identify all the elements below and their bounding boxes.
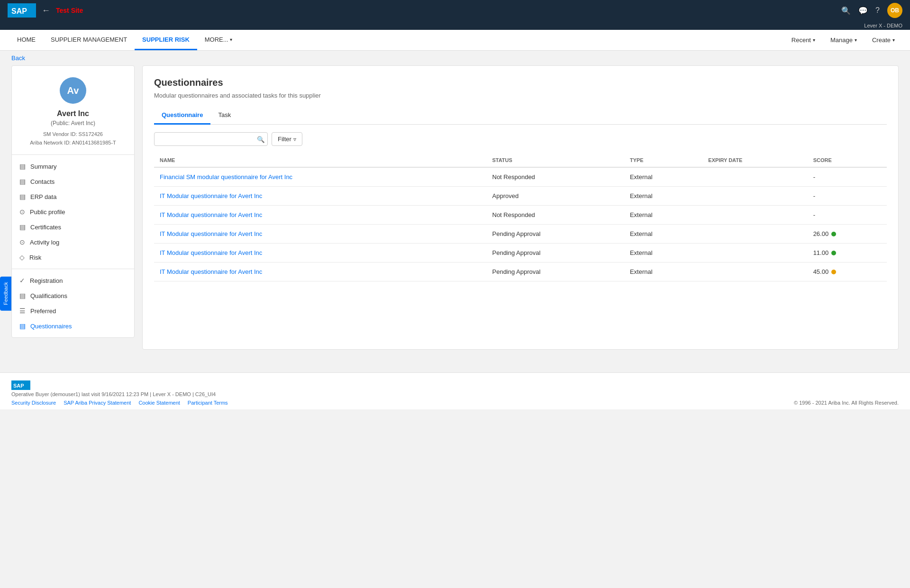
footer-link-participant-terms[interactable]: Participant Terms: [188, 400, 228, 406]
footer-link-security-disclosure[interactable]: Security Disclosure: [11, 400, 56, 406]
sidebar-item-summary[interactable]: ▤ Summary: [12, 159, 134, 174]
sidebar-item-contacts[interactable]: ▤ Contacts: [12, 174, 134, 189]
table-cell-name[interactable]: IT Modular questionnaire for Avert Inc: [154, 262, 487, 281]
table-cell-status: Pending Approval: [487, 244, 624, 262]
create-button[interactable]: Create ▾: [866, 34, 901, 46]
search-input-wrap: 🔍: [154, 132, 268, 146]
questionnaire-link[interactable]: Financial SM modular questionnaire for A…: [160, 173, 292, 181]
sidebar-item-registration-label: Registration: [30, 277, 63, 284]
sidebar-item-qualifications[interactable]: ▤ Qualifications: [12, 288, 134, 303]
questionnaire-link[interactable]: IT Modular questionnaire for Avert Inc: [160, 249, 262, 256]
sidebar-item-questionnaires-label: Questionnaires: [30, 323, 72, 330]
sidebar-item-preferred[interactable]: ☰ Preferred: [12, 303, 134, 318]
sidebar-item-activity-log[interactable]: ⊙ Activity log: [12, 235, 134, 250]
table-cell-name[interactable]: IT Modular questionnaire for Avert Inc: [154, 244, 487, 262]
table-row: IT Modular questionnaire for Avert IncPe…: [154, 244, 887, 262]
questionnaires-table: NAME STATUS TYPE EXPIRY DATE SCORE Finan…: [154, 154, 887, 281]
sidebar-item-erp-data[interactable]: ▤ ERP data: [12, 189, 134, 204]
top-bar: SAP ← Test Site 🔍 💬 ? OB: [0, 0, 910, 21]
svg-text:SAP: SAP: [13, 383, 24, 389]
table-cell-name[interactable]: IT Modular questionnaire for Avert Inc: [154, 187, 487, 206]
table-cell-score: -: [808, 167, 887, 187]
supplier-ariba-network-id: Ariba Network ID: AN01413681985-T: [19, 139, 127, 147]
nav-item-supplier-risk[interactable]: SUPPLIER RISK: [135, 30, 197, 50]
contacts-icon: ▤: [19, 178, 26, 185]
sidebar-item-contacts-label: Contacts: [30, 178, 55, 185]
footer-link-cookie-statement[interactable]: Cookie Statement: [138, 400, 180, 406]
table-cell-expiry-date: [702, 167, 807, 187]
table-cell-type: External: [624, 206, 702, 225]
score-cell: 45.00: [813, 268, 881, 275]
filter-icon: ▿: [293, 136, 296, 143]
feedback-button[interactable]: Feedback: [0, 276, 11, 310]
questionnaire-link[interactable]: IT Modular questionnaire for Avert Inc: [160, 192, 262, 199]
manage-button[interactable]: Manage ▾: [825, 34, 863, 46]
top-bar-title: Test Site: [56, 7, 83, 14]
score-dot-icon: [831, 232, 836, 236]
table-cell-expiry-date: [702, 206, 807, 225]
footer-link-privacy-statement[interactable]: SAP Ariba Privacy Statement: [64, 400, 131, 406]
left-panel: Av Avert Inc (Public: Avert Inc) SM Vend…: [11, 65, 135, 338]
main-content: Av Avert Inc (Public: Avert Inc) SM Vend…: [0, 65, 910, 361]
sidebar-item-certificates-label: Certificates: [30, 224, 61, 231]
preferred-icon: ☰: [19, 307, 26, 315]
sidebar-item-risk-label: Risk: [29, 254, 41, 261]
table-cell-name[interactable]: Financial SM modular questionnaire for A…: [154, 167, 487, 187]
table-cell-status: Not Responded: [487, 167, 624, 187]
filter-button[interactable]: Filter ▿: [272, 132, 302, 146]
table-cell-status: Not Responded: [487, 206, 624, 225]
sidebar-item-summary-label: Summary: [30, 163, 57, 170]
table-cell-name[interactable]: IT Modular questionnaire for Avert Inc: [154, 225, 487, 244]
feedback-tab[interactable]: Feedback: [0, 276, 11, 312]
tab-task[interactable]: Task: [210, 107, 238, 125]
help-icon[interactable]: ?: [875, 6, 880, 15]
recent-button[interactable]: Recent ▾: [786, 34, 821, 46]
nav-right: Recent ▾ Manage ▾ Create ▾: [786, 34, 901, 46]
nav-item-more[interactable]: MORE... ▾: [197, 30, 240, 50]
search-icon[interactable]: 🔍: [841, 6, 851, 15]
supplier-public-name: (Public: Avert Inc): [19, 120, 127, 127]
user-label: Lever X - DEMO: [864, 23, 902, 28]
score-cell: 11.00: [813, 249, 881, 256]
sidebar-item-certificates[interactable]: ▤ Certificates: [12, 219, 134, 235]
questionnaire-link[interactable]: IT Modular questionnaire for Avert Inc: [160, 268, 262, 275]
sidebar-item-risk[interactable]: ◇ Risk: [12, 250, 134, 265]
table-cell-type: External: [624, 167, 702, 187]
score-cell: 26.00: [813, 230, 881, 237]
table-cell-status: Approved: [487, 187, 624, 206]
sidebar-item-registration[interactable]: ✓ Registration: [12, 273, 134, 288]
table-cell-type: External: [624, 262, 702, 281]
activity-log-icon: ⊙: [19, 238, 25, 246]
risk-icon: ◇: [19, 253, 25, 261]
chat-icon[interactable]: 💬: [858, 6, 868, 15]
top-bar-left: SAP ← Test Site: [8, 3, 83, 18]
nav-item-home[interactable]: HOME: [9, 30, 43, 50]
user-avatar[interactable]: OB: [887, 3, 902, 18]
back-link[interactable]: Back: [11, 54, 25, 62]
left-secondary-nav: ✓ Registration ▤ Qualifications ☰ Prefer…: [12, 269, 134, 337]
registration-icon: ✓: [19, 277, 25, 284]
table-cell-score: -: [808, 187, 887, 206]
table-cell-status: Pending Approval: [487, 225, 624, 244]
table-row: Financial SM modular questionnaire for A…: [154, 167, 887, 187]
supplier-name: Avert Inc: [19, 109, 127, 118]
sidebar-item-questionnaires[interactable]: ▤ Questionnaires: [12, 318, 134, 334]
sap-logo-icon[interactable]: SAP: [8, 3, 36, 18]
questionnaire-link[interactable]: IT Modular questionnaire for Avert Inc: [160, 211, 262, 218]
supplier-header: Av Avert Inc (Public: Avert Inc) SM Vend…: [12, 66, 134, 155]
summary-icon: ▤: [19, 163, 26, 170]
top-bar-back-icon[interactable]: ←: [42, 6, 50, 16]
tab-questionnaire[interactable]: Questionnaire: [154, 107, 210, 125]
search-input[interactable]: [154, 132, 268, 146]
questionnaire-link[interactable]: IT Modular questionnaire for Avert Inc: [160, 230, 262, 237]
table-cell-name[interactable]: IT Modular questionnaire for Avert Inc: [154, 206, 487, 225]
questionnaires-icon: ▤: [19, 322, 26, 330]
nav-item-supplier-management[interactable]: SUPPLIER MANAGEMENT: [43, 30, 135, 50]
table-cell-type: External: [624, 244, 702, 262]
panel-subtitle: Modular questionnaires and associated ta…: [154, 92, 887, 99]
table-cell-score: 45.00: [808, 262, 887, 281]
table-header: NAME STATUS TYPE EXPIRY DATE SCORE: [154, 154, 887, 167]
col-status: STATUS: [487, 154, 624, 167]
sidebar-item-public-profile[interactable]: ⊙ Public profile: [12, 204, 134, 219]
search-button[interactable]: 🔍: [257, 136, 265, 143]
